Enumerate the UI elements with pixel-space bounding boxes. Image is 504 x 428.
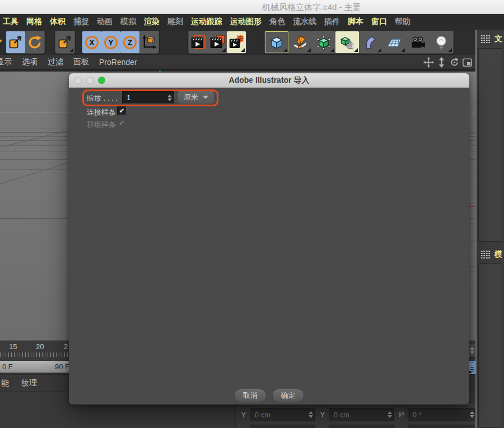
subdivision-surface-icon	[316, 35, 332, 50]
viewport-menubar: 显示 选项 过滤 面板 ProRender	[0, 55, 477, 70]
zoom-camera-icon[interactable]	[436, 57, 447, 68]
ruler-number: 2	[64, 342, 68, 351]
camera-object-button[interactable]	[406, 31, 430, 53]
range-start-label: 0 F	[2, 363, 13, 371]
array-generator-button[interactable]	[335, 31, 359, 53]
menu-mesh[interactable]: 网格	[26, 17, 42, 27]
x-axis-icon: X	[84, 35, 100, 50]
menu-sculpt[interactable]: 雕刻	[167, 17, 183, 27]
coord-field-rot-p[interactable]: 0 °	[408, 408, 476, 421]
z-axis-icon: Z	[122, 35, 138, 50]
toggle-view-icon[interactable]	[462, 57, 473, 68]
pen-spline-button[interactable]	[288, 31, 312, 53]
floor-icon	[386, 35, 402, 50]
ok-button[interactable]: 确定	[272, 389, 304, 402]
lock-y-axis-button[interactable]: Y	[101, 31, 120, 53]
dialog-titlebar[interactable]: Adobe Illustrator 导入	[69, 73, 469, 88]
coordinate-system-button[interactable]	[139, 31, 158, 53]
scale-tool-button[interactable]	[6, 31, 25, 53]
vmenu-options[interactable]: 选项	[22, 57, 38, 67]
attribute-manager-header[interactable]: 模	[477, 245, 504, 264]
menu-pipeline[interactable]: 流水线	[293, 17, 316, 27]
main-menubar: 工具 网格 体积 捕捉 动画 模拟 渲染 雕刻 运动跟踪 运动图形 角色 流水线…	[0, 14, 504, 30]
vmenu-filter[interactable]: 过滤	[48, 57, 63, 67]
render-view-button[interactable]	[189, 31, 208, 53]
render-settings-button[interactable]	[227, 31, 246, 53]
matmenu-texture[interactable]: 纹理	[21, 378, 37, 388]
window-title: 机械风格立体字.c4d - 主要	[262, 2, 361, 13]
render-view-icon	[190, 35, 206, 50]
pen-icon	[292, 35, 308, 50]
array-generator-icon	[339, 35, 355, 50]
subdivision-surface-button[interactable]	[312, 31, 335, 53]
rotate-tool-button[interactable]	[25, 31, 44, 53]
menu-script[interactable]: 脚本	[348, 17, 363, 27]
coord-field-rot-b[interactable]: 0 °	[408, 425, 476, 428]
spinner-icon[interactable]	[307, 411, 314, 418]
scale-input[interactable]: 1	[122, 91, 174, 104]
coord-field-size-z[interactable]: 0 cm	[329, 425, 394, 428]
last-used-tool-icon	[57, 35, 73, 50]
unit-dropdown[interactable]: 厘米	[178, 91, 214, 104]
light-object-button[interactable]	[430, 31, 453, 53]
lock-z-axis-button[interactable]: Z	[120, 31, 139, 53]
matmenu-function[interactable]: 能	[1, 378, 9, 388]
menu-tools[interactable]: 工具	[3, 17, 18, 27]
svg-text:Z: Z	[128, 38, 133, 47]
coord-label: Y	[319, 410, 326, 419]
spinner-icon[interactable]	[468, 411, 475, 418]
vmenu-prorender[interactable]: ProRender	[99, 58, 137, 67]
render-settings-icon	[228, 35, 244, 50]
right-dock: 文 模	[477, 30, 504, 428]
coord-label: Y	[240, 410, 247, 419]
floor-object-button[interactable]	[382, 31, 406, 53]
menu-simulate[interactable]: 模拟	[120, 17, 136, 27]
lock-x-axis-button[interactable]: X	[82, 31, 101, 53]
menu-animate[interactable]: 动画	[97, 17, 113, 27]
dialog-title: Adobe Illustrator 导入	[69, 76, 469, 86]
menu-snap[interactable]: 捕捉	[73, 17, 89, 27]
preview-range-bar[interactable]: 0 F 90 F	[0, 361, 74, 373]
rotate-camera-icon[interactable]	[449, 57, 460, 68]
cancel-button[interactable]: 取消	[234, 389, 267, 402]
object-manager-panel[interactable]	[478, 48, 502, 242]
last-used-tool-button[interactable]	[55, 31, 74, 53]
coordinate-system-icon	[141, 35, 157, 50]
coord-field-size-y[interactable]: 0 cm	[329, 408, 394, 421]
drag-grip-icon[interactable]	[480, 35, 491, 44]
frame-spinner[interactable]	[468, 343, 476, 358]
menu-help[interactable]: 帮助	[395, 17, 410, 27]
main-toolbar: X Y Z	[0, 30, 477, 55]
pan-camera-icon[interactable]	[423, 57, 434, 68]
svg-text:X: X	[89, 38, 95, 47]
vmenu-display[interactable]: 显示	[0, 57, 12, 67]
axis-lock-group: X Y Z	[82, 31, 159, 54]
attribute-manager-menu[interactable]: 模	[494, 250, 502, 260]
vmenu-panel[interactable]: 面板	[73, 57, 89, 67]
add-cube-button[interactable]	[265, 31, 288, 53]
menu-mograph[interactable]: 运动图形	[230, 17, 262, 27]
menu-volume[interactable]: 体积	[50, 17, 66, 27]
coordinates-panel: Y 0 cm Y 0 cm P 0 ° Z 0 cm Z	[235, 404, 476, 428]
object-manager-menu[interactable]: 文	[494, 34, 502, 44]
coord-field-pos-y[interactable]: 0 cm	[250, 408, 315, 421]
bend-deformer-button[interactable]	[359, 31, 382, 53]
object-manager-header[interactable]: 文	[477, 30, 504, 48]
coord-field-pos-z[interactable]: 0 cm	[250, 425, 315, 428]
render-picture-viewer-button[interactable]	[208, 31, 227, 53]
cube-icon	[269, 35, 284, 50]
spinner-icon[interactable]	[386, 411, 393, 418]
menu-render[interactable]: 渲染	[144, 17, 160, 27]
connect-splines-checkbox[interactable]	[117, 106, 127, 115]
menu-motion-tracker[interactable]: 运动跟踪	[191, 17, 222, 27]
spinner-icon[interactable]	[166, 95, 173, 101]
render-group	[188, 31, 246, 54]
drag-grip-icon[interactable]	[480, 250, 491, 259]
rotate-tool-icon	[27, 35, 43, 50]
menu-window[interactable]: 窗口	[371, 17, 387, 27]
ai-import-dialog: Adobe Illustrator 导入 缩放 . . . . 1 厘米 连接样…	[69, 73, 469, 405]
window-titlebar[interactable]: 机械风格立体字.c4d - 主要	[0, 0, 504, 14]
attribute-manager-panel[interactable]	[478, 264, 502, 428]
menu-plugins[interactable]: 插件	[324, 17, 340, 27]
menu-character[interactable]: 角色	[269, 17, 285, 27]
